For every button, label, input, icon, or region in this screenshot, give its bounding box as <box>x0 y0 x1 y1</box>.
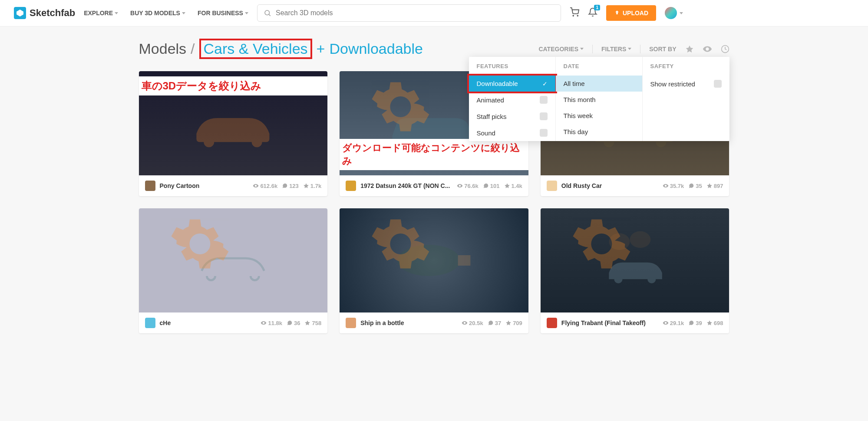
chevron-down-icon <box>182 12 185 14</box>
filter-option-this-month[interactable]: This month <box>556 92 642 108</box>
model-thumbnail <box>541 208 729 312</box>
eye-icon <box>663 183 669 189</box>
star-icon <box>706 183 713 189</box>
sort-by-dropdown[interactable]: SORT BY <box>649 46 676 53</box>
filter-dropdown: FEATURES Downloadable ✓ Animated Staff p… <box>469 57 729 141</box>
filter-option-staff-picks[interactable]: Staff picks <box>469 108 555 125</box>
cart-icon <box>570 7 579 17</box>
model-stats: 35.7k 35 897 <box>663 183 723 189</box>
svg-line-1 <box>269 14 270 16</box>
model-thumbnail <box>340 208 528 312</box>
model-stats: 11.8k 36 758 <box>261 320 321 326</box>
filter-option-show-restricted[interactable]: Show restricted <box>643 76 729 92</box>
filter-features-column: FEATURES Downloadable ✓ Animated Staff p… <box>469 57 556 141</box>
eye-icon[interactable] <box>703 44 712 54</box>
header: Sketchfab EXPLORE BUY 3D MODELS FOR BUSI… <box>0 0 868 26</box>
chevron-down-icon <box>245 12 248 14</box>
author-avatar[interactable] <box>145 181 155 191</box>
model-card[interactable]: 車の3Dデータを絞り込み Pony Cartoon 612.6k 123 1.7… <box>139 71 328 196</box>
divider <box>640 45 640 53</box>
svg-point-0 <box>265 10 270 15</box>
filter-option-downloadable[interactable]: Downloadable ✓ <box>469 76 555 92</box>
download-icon[interactable] <box>411 213 524 275</box>
card-footer: Ship in a bottle 20.5k 37 709 <box>340 312 528 333</box>
gear-icon[interactable] <box>344 76 457 138</box>
annotation-highlight-category: Cars & Vehicles <box>199 39 312 59</box>
nav-explore[interactable]: EXPLORE <box>84 10 118 16</box>
card-footer: Pony Cartoon 612.6k 123 1.7k <box>139 175 328 196</box>
upload-icon <box>614 10 620 16</box>
search-input[interactable] <box>276 9 554 17</box>
logo[interactable]: Sketchfab <box>14 7 75 19</box>
cart-button[interactable] <box>570 7 579 19</box>
notification-badge: 1 <box>594 5 600 10</box>
upload-button[interactable]: UPLOAD <box>606 5 656 21</box>
comment-icon <box>688 320 694 326</box>
author-avatar[interactable] <box>145 318 155 328</box>
eye-icon <box>462 320 468 326</box>
avatar <box>665 7 677 19</box>
model-card[interactable]: Ship in a bottle 20.5k 37 709 <box>340 208 528 333</box>
annotation-text: 車の3Dデータを絞り込み <box>139 76 328 95</box>
checkbox-icon <box>540 96 548 104</box>
model-card[interactable]: Flying Trabant (Final Takeoff) 29.1k 39 … <box>541 208 729 333</box>
filter-option-this-week[interactable]: This week <box>556 108 642 124</box>
annotation-highlight-downloadable: Downloadable ✓ <box>467 74 557 93</box>
model-thumbnail: 車の3Dデータを絞り込み <box>139 71 328 175</box>
download-icon[interactable] <box>210 213 323 275</box>
filter-option-sound[interactable]: Sound <box>469 125 555 141</box>
model-thumbnail <box>139 208 328 312</box>
checkbox-icon <box>540 112 548 120</box>
nav-buy[interactable]: BUY 3D MODELS <box>130 10 185 16</box>
chevron-down-icon <box>115 12 118 14</box>
card-footer: 1972 Datsun 240k GT (NON C... 76.6k 101 … <box>340 175 528 196</box>
chevron-down-icon <box>680 12 683 14</box>
filter-features-header: FEATURES <box>469 57 555 76</box>
annotation-text: ダウンロード可能なコンテンツに絞り込み <box>340 139 528 170</box>
title-category[interactable]: Cars & Vehicles <box>204 40 308 57</box>
filter-option-animated[interactable]: Animated <box>469 92 555 108</box>
filter-safety-header: SAFETY <box>643 57 729 76</box>
nav-business[interactable]: FOR BUSINESS <box>198 10 248 16</box>
title-base: Models <box>139 40 187 57</box>
comment-icon <box>483 183 489 189</box>
model-card[interactable]: cHe 11.8k 36 758 <box>139 208 328 333</box>
page-title: Models / Cars & Vehicles + Downloadable <box>139 39 423 59</box>
checkbox-icon <box>714 80 722 88</box>
breadcrumb-slash: / <box>191 40 195 57</box>
logo-icon <box>14 7 26 19</box>
comment-icon <box>688 183 694 189</box>
star-icon <box>303 183 309 189</box>
likes-stat: 1.7k <box>303 183 321 189</box>
eye-icon <box>253 183 259 189</box>
notifications-button[interactable]: 1 <box>588 7 597 19</box>
star-icon[interactable] <box>685 45 694 53</box>
model-title: Ship in a bottle <box>360 319 404 326</box>
model-stats: 29.1k 39 698 <box>663 320 723 326</box>
author-avatar[interactable] <box>346 181 356 191</box>
checkbox-icon <box>540 129 548 137</box>
filters-dropdown[interactable]: FILTERS <box>601 46 631 53</box>
model-title: Pony Cartoon <box>160 182 200 189</box>
comment-icon <box>282 183 288 189</box>
title-filter[interactable]: Downloadable <box>329 40 423 57</box>
star-icon <box>706 320 713 326</box>
clock-icon[interactable] <box>721 45 729 53</box>
filter-option-this-day[interactable]: This day <box>556 124 642 140</box>
author-avatar[interactable] <box>547 181 557 191</box>
user-menu[interactable] <box>665 7 683 19</box>
star-icon <box>304 320 310 326</box>
card-footer: cHe 11.8k 36 758 <box>139 312 328 333</box>
download-icon[interactable] <box>612 213 725 275</box>
filter-date-header: DATE <box>556 57 642 76</box>
eye-icon <box>261 320 267 326</box>
views-stat: 612.6k <box>253 183 277 189</box>
author-avatar[interactable] <box>346 318 356 328</box>
chevron-down-icon <box>580 48 584 50</box>
author-avatar[interactable] <box>547 318 557 328</box>
categories-dropdown[interactable]: CATEGORIES <box>538 46 584 53</box>
model-title: Flying Trabant (Final Takeoff) <box>561 319 646 326</box>
search-bar[interactable] <box>257 4 561 22</box>
svg-point-3 <box>577 15 578 16</box>
filter-option-all-time[interactable]: All time <box>556 76 642 92</box>
